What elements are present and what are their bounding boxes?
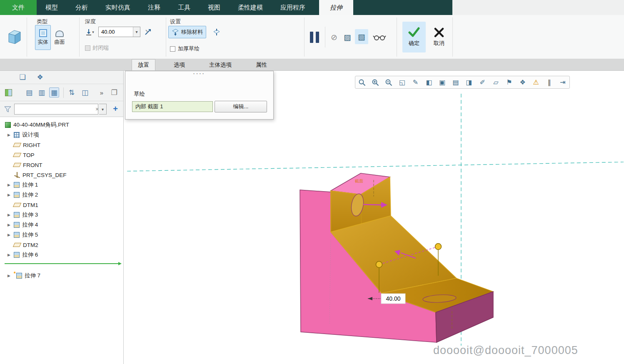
expand-arrow-icon[interactable]: ▶ xyxy=(7,223,14,227)
tree-item-dtm1[interactable]: DTM1 xyxy=(0,200,123,210)
surface-type-button[interactable]: 曲面 xyxy=(52,25,67,50)
detail-list-icon[interactable]: ▦ xyxy=(49,87,59,97)
cancel-button[interactable]: 取消 xyxy=(429,22,449,52)
zoom-out-icon[interactable] xyxy=(383,77,394,87)
filter-funnel-icon[interactable] xyxy=(2,104,12,114)
warning-icon[interactable]: ⚠ xyxy=(531,77,542,87)
datum-display-icon[interactable]: ▱ xyxy=(490,77,501,87)
ok-button[interactable]: 确定 xyxy=(402,22,426,52)
depth-value-input[interactable] xyxy=(99,27,133,37)
model-tree-panel: ❏ ❖ ▤ ▥ ▦ ⇅ ◫ » ❐ × ▾ + xyxy=(0,71,124,364)
menu-tab-analysis[interactable]: 分析 xyxy=(67,0,97,15)
thicken-sketch-checkbox[interactable]: 加厚草绘 xyxy=(170,45,200,52)
edit-sketch-button[interactable]: 编辑... xyxy=(215,101,267,112)
exit-icon[interactable]: ⇥ xyxy=(557,77,568,87)
refit-icon[interactable]: ◱ xyxy=(397,77,407,87)
add-filter-icon[interactable]: + xyxy=(110,103,121,115)
sketch-collector-field[interactable] xyxy=(132,101,213,112)
flip-depth-direction-button[interactable] xyxy=(142,27,153,37)
tree-settings-icon[interactable]: ❖ xyxy=(35,72,45,82)
expand-arrow-icon[interactable]: ▶ xyxy=(7,133,14,137)
checkbox-icon[interactable] xyxy=(170,46,175,52)
tree-item-design-items[interactable]: ▶ 设计项 xyxy=(0,130,123,140)
datum-plane-icon xyxy=(13,143,21,147)
menu-tab-flexible-modeling[interactable]: 柔性建模 xyxy=(229,0,272,15)
pause-icon[interactable] xyxy=(307,28,322,46)
graphics-toolbar: ◱ ✎ ◧ ▣ ▤ ◨ ✐ ▱ ⚑ ❖ ⚠ ∥ ⇥ xyxy=(355,76,570,89)
expand-arrow-icon[interactable]: ▶ xyxy=(7,274,14,278)
depth-value-combobox[interactable]: ▾ xyxy=(98,27,140,37)
search-dropdown-icon[interactable]: ▾ xyxy=(99,104,107,115)
capture-icon[interactable]: ▤ xyxy=(450,77,461,87)
extrude-direction-arrow[interactable] xyxy=(363,204,381,205)
zoom-in-icon[interactable] xyxy=(370,77,381,87)
tree-item-front-plane[interactable]: FRONT xyxy=(0,160,123,170)
tab-properties[interactable]: 属性 xyxy=(250,59,273,70)
tab-options[interactable]: 选项 xyxy=(168,59,191,70)
menu-tab-tools[interactable]: 工具 xyxy=(169,0,199,15)
layer-list-icon[interactable]: ▥ xyxy=(37,87,47,97)
depth-type-dropdown-button[interactable]: ▾ xyxy=(82,27,97,37)
unattached-preview-icon[interactable]: ▨ xyxy=(342,31,353,43)
tree-search-row: × ▾ + xyxy=(0,101,123,117)
menu-tab-applications[interactable]: 应用程序 xyxy=(272,0,314,15)
drag-handle[interactable] xyxy=(376,262,382,268)
flag-icon[interactable]: ⚑ xyxy=(504,77,514,87)
datum-centerline-horizontal[interactable] xyxy=(127,162,624,171)
cancel-label: 取消 xyxy=(434,40,444,47)
menu-tab-view[interactable]: 视图 xyxy=(199,0,229,15)
expand-arrow-icon[interactable]: ▶ xyxy=(7,213,14,217)
menu-tab-live-simulation[interactable]: 实时仿真 xyxy=(97,0,139,15)
expand-arrow-icon[interactable]: ▶ xyxy=(7,193,14,197)
tree-search-input[interactable] xyxy=(15,104,93,114)
tree-item-extrude-1[interactable]: ▶ 拉伸 1 xyxy=(0,180,123,190)
tree-item-csys[interactable]: PRT_CSYS_DEF xyxy=(0,170,123,180)
solid-type-button[interactable]: 实体 xyxy=(35,25,51,50)
dimension-value[interactable]: 40.00 xyxy=(386,295,400,302)
capped-ends-button[interactable]: 封闭端 xyxy=(85,44,109,52)
repaint-icon[interactable]: ✎ xyxy=(410,77,421,87)
expand-arrow-icon[interactable]: ▶ xyxy=(7,253,14,257)
pause-icon[interactable]: ∥ xyxy=(544,77,555,87)
tree-list-icon[interactable]: ▤ xyxy=(24,87,34,97)
remove-material-button[interactable]: 移除材料 xyxy=(168,26,206,38)
sort-icon[interactable]: ⇅ xyxy=(67,87,77,97)
panel-grip-icon[interactable]: ···· xyxy=(125,71,273,76)
tree-item-extrude-5[interactable]: ▶ 拉伸 5 xyxy=(0,230,123,240)
menu-tab-file[interactable]: 文件 xyxy=(0,0,37,15)
tree-item-dtm2[interactable]: DTM2 xyxy=(0,240,123,250)
extrude-feature-icon xyxy=(14,252,20,258)
tree-item-extrude-4[interactable]: ▶ 拉伸 4 xyxy=(0,220,123,230)
document-icon[interactable]: ❐ xyxy=(109,87,119,97)
tree-item-right-plane[interactable]: RIGHT xyxy=(0,140,123,150)
menu-tab-annotate[interactable]: 注释 xyxy=(139,0,169,15)
view-grid-icon[interactable] xyxy=(3,87,13,97)
appearance-icon[interactable]: ◨ xyxy=(464,77,474,87)
tree-item-extrude-3[interactable]: ▶ 拉伸 3 xyxy=(0,210,123,220)
depth-dropdown-icon[interactable]: ▾ xyxy=(133,27,140,37)
menu-tab-model[interactable]: 模型 xyxy=(37,0,67,15)
tree-item-extrude-7-pending[interactable]: ▶ * 拉伸 7 xyxy=(0,271,123,281)
shade-edges-icon[interactable]: ▣ xyxy=(437,77,448,87)
annotation-display-icon[interactable]: ✐ xyxy=(477,77,488,87)
glasses-icon[interactable] xyxy=(372,32,387,42)
expand-arrow-icon[interactable]: ▶ xyxy=(7,233,14,237)
tree-item-top-plane[interactable]: TOP xyxy=(0,150,123,160)
zoom-region-icon[interactable] xyxy=(357,77,367,87)
tree-root-row[interactable]: 40-40-40MM角码.PRT xyxy=(0,120,123,130)
tree-item-extrude-2[interactable]: ▶ 拉伸 2 xyxy=(0,190,123,200)
attached-preview-icon[interactable]: ▧ xyxy=(355,29,368,44)
expand-arrow-icon[interactable]: ▶ xyxy=(7,183,14,187)
tree-item-extrude-6[interactable]: ▶ 拉伸 6 xyxy=(0,250,123,260)
columns-icon[interactable]: ◫ xyxy=(80,87,90,97)
tab-placement[interactable]: 放置 xyxy=(132,59,155,70)
display-style-icon[interactable]: ◧ xyxy=(424,77,434,87)
material-side-flip-button[interactable] xyxy=(211,26,222,38)
no-preview-icon[interactable]: ⊘ xyxy=(328,31,340,43)
insert-here-locator[interactable] xyxy=(5,263,121,264)
menu-tab-extrude-active[interactable]: 拉伸 xyxy=(319,0,353,15)
more-chevrons-icon[interactable]: » xyxy=(97,87,107,97)
drag-handle[interactable] xyxy=(435,244,442,250)
layers-icon[interactable]: ❏ xyxy=(17,72,27,82)
tab-body-options[interactable]: 主体选项 xyxy=(203,59,237,70)
